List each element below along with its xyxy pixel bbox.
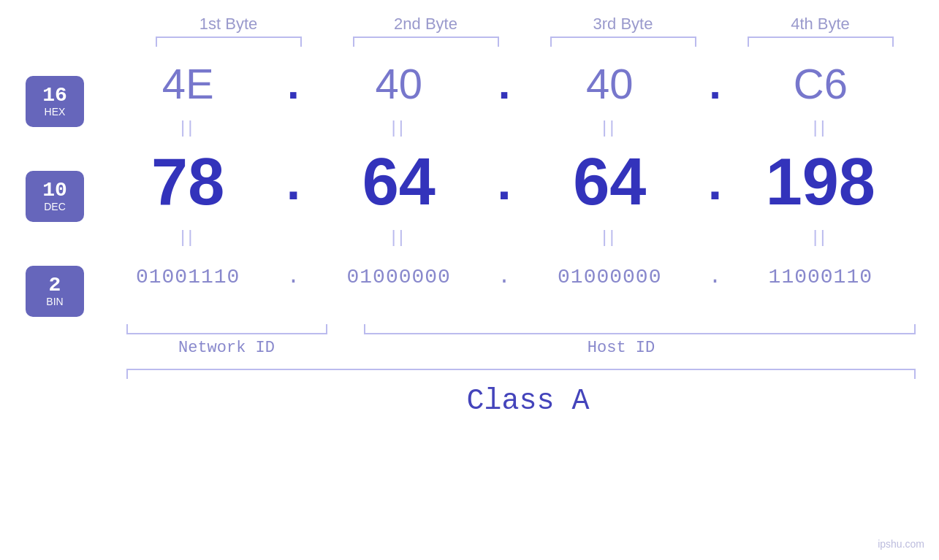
hex-byte4: C6 [740, 59, 901, 108]
dec-badge-text: DEC [44, 201, 66, 212]
hex-byte1: 4E [107, 59, 268, 108]
dot2-dec: . [490, 153, 519, 211]
bin-badge-text: BIN [46, 296, 63, 307]
equals-hex-dec: || || || || [102, 112, 906, 142]
class-label: Class A [466, 385, 589, 418]
watermark: ipshu.com [878, 538, 924, 550]
bin-badge: 2 BIN [26, 266, 84, 317]
bin-byte4: 11000110 [740, 266, 901, 288]
byte2-header: 2nd Byte [346, 15, 506, 34]
class-section: Class A [126, 369, 930, 418]
dec-byte1: 78 [107, 145, 268, 220]
dot2-hex: . [490, 58, 519, 109]
class-bracket-line [126, 369, 916, 379]
bottom-brackets-row [126, 324, 916, 334]
dot3-hex: . [701, 58, 730, 109]
eq4: || [740, 117, 901, 137]
dec-byte3: 64 [529, 145, 690, 220]
dot1-hex: . [278, 58, 308, 109]
byte4-header: 4th Byte [740, 15, 901, 34]
class-label-row: Class A [126, 385, 930, 418]
main-container: 1st Byte 2nd Byte 3rd Byte 4th Byte 16 H… [0, 0, 939, 560]
equals-dec-bin: || || || || [102, 222, 906, 251]
hex-row: 4E . 40 . 40 . C6 [102, 54, 906, 112]
byte-headers-row: 1st Byte 2nd Byte 3rd Byte 4th Byte [130, 15, 919, 34]
network-id-bracket [126, 324, 327, 334]
labels-column: 16 HEX 10 DEC 2 BIN [0, 76, 102, 317]
dec-badge-number: 10 [42, 180, 67, 201]
byte3-header: 3rd Byte [543, 15, 704, 34]
bin-byte2: 01000000 [319, 266, 479, 288]
bracket-byte2 [353, 37, 499, 47]
host-id-spacer: Host ID [327, 339, 916, 357]
bin-byte3: 01000000 [529, 266, 690, 288]
bottom-labels-row: Network ID Host ID [126, 339, 916, 357]
dec-badge: 10 DEC [26, 171, 84, 222]
top-brackets [130, 37, 919, 47]
dec-byte4: 198 [740, 145, 901, 220]
bin-badge-number: 2 [49, 275, 61, 296]
bracket-byte3 [550, 37, 696, 47]
hex-badge-number: 16 [42, 85, 67, 106]
host-id-bracket [364, 324, 916, 334]
bin-row: 01001110 . 01000000 . 01000000 . 1100011… [102, 251, 906, 302]
eq5: || [107, 226, 268, 247]
dec-byte2: 64 [319, 145, 479, 220]
bracket-byte4 [748, 37, 894, 47]
hex-badge: 16 HEX [26, 76, 84, 127]
byte1-header: 1st Byte [148, 15, 309, 34]
dec-row: 78 . 64 . 64 . 198 [102, 142, 906, 222]
bracket-byte1 [156, 37, 302, 47]
values-grid: 4E . 40 . 40 . C6 || || [102, 54, 939, 302]
hex-byte3: 40 [529, 59, 690, 108]
eq6: || [319, 226, 479, 247]
eq7: || [529, 226, 690, 247]
dot1-dec: . [278, 153, 308, 211]
main-area: 16 HEX 10 DEC 2 BIN 4E . 40 [0, 54, 939, 317]
network-id-label: Network ID [126, 339, 327, 357]
eq3: || [529, 117, 690, 137]
bottom-section: Network ID Host ID [126, 324, 930, 357]
host-id-label: Host ID [588, 339, 655, 357]
dot3-bin: . [701, 264, 730, 289]
hex-byte2: 40 [319, 59, 479, 108]
dot2-bin: . [490, 264, 519, 289]
eq2: || [319, 117, 479, 137]
eq1: || [107, 117, 268, 137]
hex-badge-text: HEX [45, 106, 66, 118]
dot1-bin: . [278, 264, 308, 289]
bin-byte1: 01001110 [107, 266, 268, 288]
eq8: || [740, 226, 901, 247]
dot3-dec: . [701, 153, 730, 211]
